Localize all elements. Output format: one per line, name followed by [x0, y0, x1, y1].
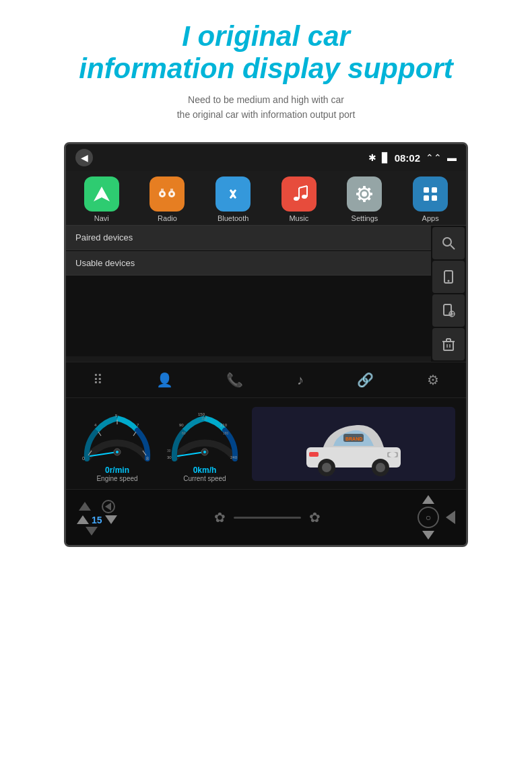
radio-icon — [149, 176, 185, 212]
delete-button[interactable] — [432, 328, 465, 360]
svg-point-9 — [294, 197, 299, 201]
engine-speed-text: Engine speed — [96, 475, 137, 482]
svg-point-73 — [322, 463, 331, 472]
svg-line-46 — [133, 432, 136, 436]
svg-text:BRAND: BRAND — [345, 437, 362, 441]
svg-line-8 — [230, 195, 233, 198]
current-speed-gauge: 30 90 150 210 240 30 60 120 180 0km/h Cu… — [164, 405, 245, 482]
svg-text:210: 210 — [220, 423, 228, 427]
svg-rect-26 — [424, 195, 429, 201]
chevron-icon: ⌃⌃ — [426, 152, 442, 163]
phone-button[interactable] — [432, 261, 465, 293]
svg-line-29 — [451, 245, 455, 249]
app-bluetooth[interactable]: Bluetooth — [215, 176, 251, 222]
svg-line-13 — [299, 186, 307, 188]
app-bar: Navi Radio — [66, 171, 466, 226]
signal-icon: ▊ — [382, 152, 389, 163]
bluetooth-icon-app — [215, 176, 251, 212]
bluetooth-status-icon: ✱ — [368, 152, 376, 163]
svg-text:5: 5 — [115, 414, 118, 418]
back-button[interactable]: ◀ — [75, 149, 93, 166]
control-right: ○ — [418, 495, 455, 540]
page-header: I original car information display suppo… — [0, 0, 532, 129]
nav-grid-icon[interactable]: ⠿ — [88, 369, 108, 391]
svg-text:180: 180 — [223, 431, 229, 435]
dashboard: 0 4 5 7 8 0r/min Engine speed — [66, 398, 466, 489]
current-speed-text: Current speed — [183, 475, 226, 482]
main-content: Paired devices Usable devices — [66, 226, 466, 362]
nav-call-icon[interactable]: 📞 — [221, 369, 248, 391]
svg-point-14 — [362, 191, 367, 197]
radio-label: Radio — [158, 214, 177, 222]
svg-text:240: 240 — [230, 455, 238, 459]
svg-rect-16 — [363, 186, 366, 189]
volume-number: 15 — [92, 515, 102, 525]
control-center: ✿ ✿ — [214, 509, 321, 525]
fan-right-icon[interactable]: ✿ — [309, 509, 321, 525]
vol-up-button[interactable] — [77, 515, 89, 524]
vol-down-outline-button[interactable] — [86, 527, 98, 536]
svg-point-55 — [116, 451, 119, 453]
svg-point-75 — [376, 463, 385, 472]
svg-text:60: 60 — [182, 431, 186, 435]
svg-rect-27 — [432, 195, 437, 201]
svg-rect-19 — [369, 193, 372, 195]
app-apps[interactable]: Apps — [413, 176, 448, 222]
phone-settings-button[interactable] — [432, 294, 465, 327]
apps-label: Apps — [422, 214, 439, 222]
svg-text:120: 120 — [201, 416, 207, 420]
settings-icon-app — [347, 176, 382, 212]
nav-music-note-icon[interactable]: ♪ — [292, 370, 309, 391]
nav-link-icon[interactable]: 🔗 — [352, 369, 379, 391]
nav-settings-icon[interactable]: ⚙ — [422, 369, 444, 391]
search-button[interactable] — [432, 227, 465, 259]
svg-point-3 — [161, 193, 164, 195]
apps-icon — [413, 176, 448, 212]
nav-contact-icon[interactable]: 👤 — [151, 369, 178, 391]
music-label: Music — [289, 214, 308, 222]
bottom-nav: ⠿ 👤 📞 ♪ 🔗 ⚙ — [66, 362, 466, 398]
home-button[interactable]: ○ — [418, 507, 439, 528]
svg-text:8: 8 — [146, 456, 149, 461]
usable-devices-item[interactable]: Usable devices — [66, 251, 431, 276]
clock: 08:02 — [395, 152, 420, 164]
vol-up-outline-button[interactable] — [79, 502, 91, 511]
svg-text:0: 0 — [82, 456, 85, 461]
control-bar: 15 ✿ ✿ ○ — [66, 489, 466, 545]
back-triangle-button[interactable] — [446, 511, 455, 524]
car-image: BRAND — [252, 407, 455, 481]
svg-rect-24 — [424, 187, 429, 193]
device-list: Paired devices Usable devices — [66, 226, 431, 362]
svg-text:90: 90 — [179, 423, 184, 427]
app-radio[interactable]: Radio — [149, 176, 185, 222]
right-down-button[interactable] — [422, 531, 434, 540]
vol-down-button[interactable] — [105, 515, 117, 524]
svg-rect-71 — [309, 452, 319, 457]
subtitle: Need to be medium and high with car the … — [40, 92, 492, 123]
music-icon — [281, 176, 317, 212]
app-navi[interactable]: Navi — [84, 176, 119, 222]
current-speed-value: 0km/h — [193, 465, 217, 475]
svg-rect-6 — [170, 189, 173, 191]
svg-text:30: 30 — [167, 455, 172, 459]
svg-rect-17 — [363, 199, 366, 202]
battery-icon: ▬ — [447, 152, 457, 163]
navi-label: Navi — [94, 214, 109, 222]
svg-line-7 — [230, 190, 233, 193]
engine-speed-gauge: 0 4 5 7 8 0r/min Engine speed — [77, 405, 158, 482]
svg-rect-18 — [356, 193, 360, 195]
fan-left-icon[interactable]: ✿ — [214, 509, 226, 525]
main-title: I original car information display suppo… — [40, 20, 492, 86]
bluetooth-label: Bluetooth — [218, 214, 248, 222]
app-settings[interactable]: Settings — [347, 176, 382, 222]
svg-text:30: 30 — [167, 449, 171, 453]
right-up-button[interactable] — [422, 495, 434, 504]
side-buttons — [431, 226, 466, 362]
svg-point-28 — [443, 238, 451, 246]
settings-label: Settings — [352, 214, 378, 222]
app-music[interactable]: Music — [281, 176, 317, 222]
svg-marker-0 — [94, 187, 110, 201]
svg-line-44 — [98, 432, 101, 436]
paired-devices-item[interactable]: Paired devices — [66, 226, 431, 250]
slider[interactable] — [234, 517, 301, 519]
